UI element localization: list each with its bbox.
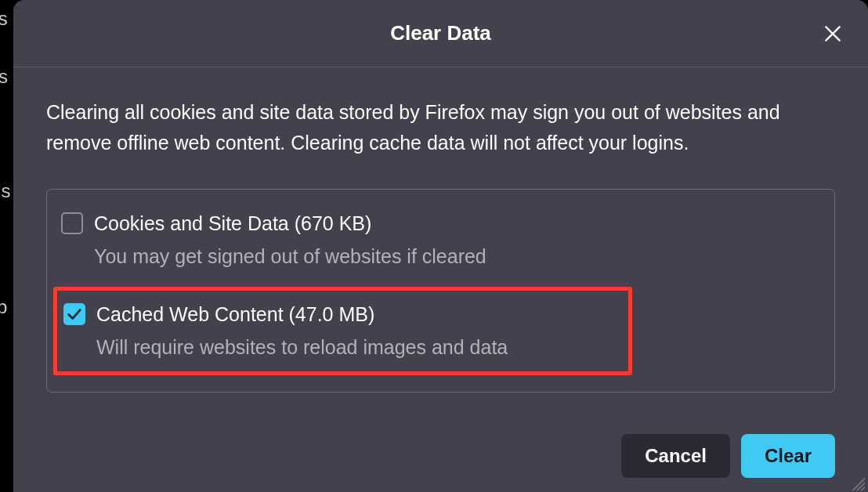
check-icon [66,306,83,323]
checkbox-cache[interactable] [63,303,85,325]
option-text: Cached Web Content (47.0 MB) Will requir… [96,302,508,360]
option-text: Cookies and Site Data (670 KB) You may g… [94,211,486,270]
highlight-box: Cached Web Content (47.0 MB) Will requir… [53,287,632,375]
option-desc: Will require websites to reload images a… [96,335,508,360]
option-cookies[interactable]: Cookies and Site Data (670 KB) You may g… [61,206,820,274]
bg-text: is [0,8,8,30]
close-icon [823,24,843,44]
dialog-header: Clear Data [13,0,868,67]
bg-text: ss [0,180,11,202]
options-container: Cookies and Site Data (670 KB) You may g… [46,189,835,393]
dialog-body: Clearing all cookies and site data store… [13,67,868,415]
checkbox-cookies[interactable] [61,212,83,234]
clear-data-dialog: Clear Data Clearing all cookies and site… [13,0,868,492]
close-button[interactable] [819,20,846,47]
option-label: Cookies and Site Data (670 KB) [94,211,486,237]
option-desc: You may get signed out of websites if cl… [94,244,486,270]
dialog-description: Clearing all cookies and site data store… [46,97,835,159]
option-cache[interactable]: Cached Web Content (47.0 MB) Will requir… [63,297,622,365]
bg-text: s [0,66,9,88]
option-label: Cached Web Content (47.0 MB) [96,302,508,327]
resize-grip-icon[interactable] [848,473,865,490]
clear-button[interactable]: Clear [741,434,835,478]
dialog-footer: Cancel Clear [13,415,868,492]
bg-text: p [0,296,8,318]
dialog-title: Clear Data [390,21,491,45]
cancel-button[interactable]: Cancel [621,434,730,478]
